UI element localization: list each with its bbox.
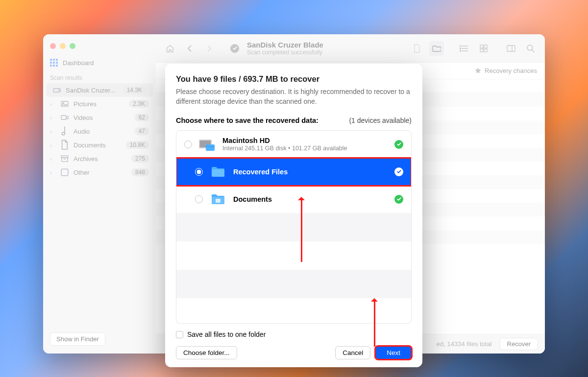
check-ok-icon (394, 195, 403, 204)
annotation-arrow-icon (374, 300, 375, 347)
radio-icon[interactable] (184, 141, 192, 148)
radio-icon[interactable] (195, 195, 203, 203)
annotation-arrow-icon (301, 198, 302, 262)
next-button[interactable]: Next (375, 346, 412, 359)
choose-folder-button[interactable]: Choose folder... (176, 346, 237, 359)
destination-documents[interactable]: Documents (176, 186, 411, 213)
dialog-description: Please choose recovery destination. It i… (176, 87, 412, 107)
destination-meta: Internal 245.11 GB disk • 101.27 GB avai… (222, 145, 388, 152)
cancel-button[interactable]: Cancel (335, 346, 370, 359)
destination-name: Documents (233, 195, 388, 203)
list-spacer (176, 213, 411, 241)
save-all-label: Save all files to one folder (187, 330, 266, 338)
devices-available: (1 devices available) (349, 117, 412, 124)
destination-name: Recovered Files (233, 168, 388, 176)
radio-icon[interactable] (195, 168, 203, 176)
check-ok-icon (394, 140, 403, 149)
list-spacer (176, 241, 411, 270)
folder-icon (210, 165, 226, 179)
save-all-row[interactable]: Save all files to one folder (176, 330, 412, 338)
folder-icon (210, 192, 226, 206)
check-ok-icon (394, 167, 403, 176)
checkbox-icon[interactable] (176, 331, 183, 338)
svg-rect-30 (212, 169, 224, 177)
dialog-title: You have 9 files / 693.7 MB to recover (176, 74, 412, 84)
recovery-destination-dialog: You have 9 files / 693.7 MB to recover P… (165, 64, 422, 367)
svg-rect-32 (216, 199, 220, 203)
hdd-icon (199, 138, 216, 151)
destination-recovered-files[interactable]: Recovered Files (176, 158, 411, 186)
list-spacer (176, 270, 411, 298)
choose-label: Choose where to save the recovered data: (176, 117, 318, 124)
svg-rect-29 (206, 144, 215, 151)
destination-macintosh-hd[interactable]: Macintosh HD Internal 245.11 GB disk • 1… (176, 131, 411, 158)
destination-name: Macintosh HD (222, 137, 388, 144)
